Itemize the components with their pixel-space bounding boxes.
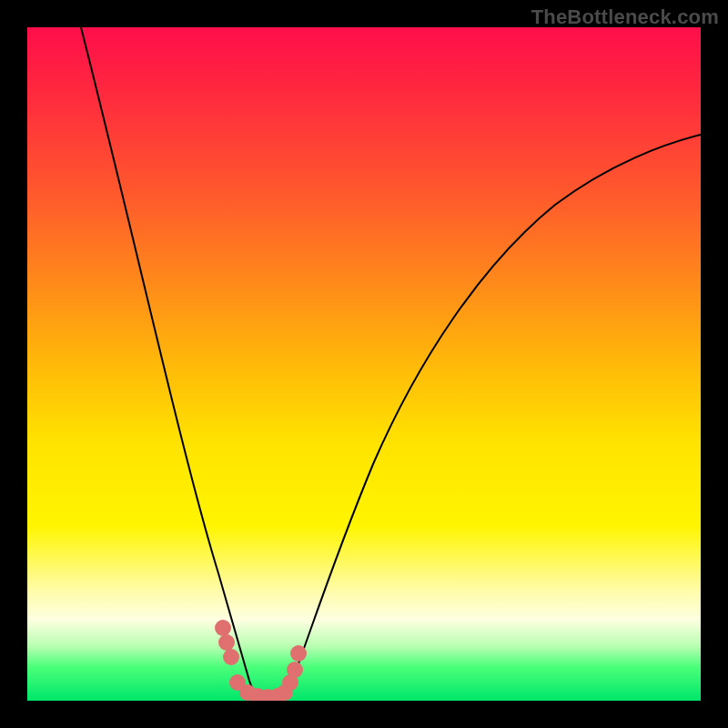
marker-dot bbox=[290, 645, 307, 662]
marker-group bbox=[215, 620, 307, 701]
watermark-text: TheBottleneck.com bbox=[531, 5, 719, 29]
curve-right-branch bbox=[285, 135, 701, 699]
outer-frame: TheBottleneck.com bbox=[0, 0, 728, 728]
marker-dot bbox=[218, 634, 235, 651]
curve-left-branch bbox=[81, 27, 259, 699]
plot-area bbox=[27, 27, 701, 701]
marker-dot bbox=[287, 662, 303, 678]
chart-svg bbox=[27, 27, 701, 701]
marker-dot bbox=[215, 620, 231, 636]
marker-dot bbox=[223, 649, 239, 665]
